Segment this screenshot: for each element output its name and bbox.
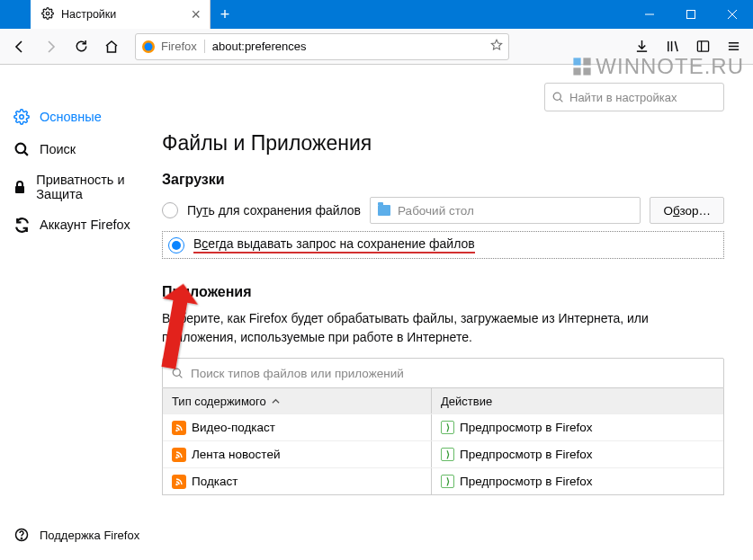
close-tab-icon[interactable]: × bbox=[191, 5, 201, 24]
download-path-label: Путь для сохранения файлов bbox=[187, 203, 361, 218]
svg-rect-10 bbox=[697, 41, 708, 51]
preview-icon: ⟩ bbox=[441, 448, 454, 461]
filetype-search-input[interactable]: Поиск типов файлов или приложений bbox=[162, 358, 724, 388]
preferences-search-input[interactable]: Найти в настройках bbox=[544, 83, 724, 111]
maximize-button[interactable] bbox=[670, 0, 712, 29]
home-button[interactable] bbox=[97, 32, 126, 61]
download-folder-field[interactable]: Рабочий стол bbox=[370, 197, 641, 224]
minimize-button[interactable] bbox=[629, 0, 670, 29]
sidebar-item-sync[interactable]: Аккаунт Firefox bbox=[0, 209, 162, 241]
apps-heading: Приложения bbox=[162, 284, 724, 300]
browse-button[interactable]: Обзор… bbox=[650, 197, 724, 224]
identity-label: Firefox bbox=[161, 40, 205, 53]
bookmark-star-icon[interactable] bbox=[490, 39, 503, 55]
column-action[interactable]: Действие bbox=[432, 388, 723, 413]
gear-icon bbox=[41, 7, 54, 22]
sidebar-item-support[interactable]: Поддержка Firefox bbox=[0, 519, 162, 551]
gear-icon bbox=[13, 108, 31, 126]
download-path-row: Путь для сохранения файлов Рабочий стол … bbox=[162, 197, 724, 224]
svg-point-6 bbox=[145, 42, 153, 50]
rss-icon bbox=[172, 448, 186, 462]
radio-always-ask[interactable] bbox=[168, 237, 184, 253]
column-content-type[interactable]: Тип содержимого bbox=[163, 388, 432, 413]
rss-icon bbox=[172, 421, 186, 435]
sidebar-label: Поиск bbox=[40, 142, 76, 156]
sidebar-item-general[interactable]: Основные bbox=[0, 101, 162, 133]
section-title: Файлы и Приложения bbox=[162, 131, 724, 156]
back-button[interactable] bbox=[5, 32, 34, 61]
svg-point-0 bbox=[46, 12, 49, 15]
svg-point-19 bbox=[20, 115, 24, 120]
folder-icon bbox=[378, 205, 390, 216]
table-header: Тип содержимого Действие bbox=[163, 388, 723, 413]
radio-save-path[interactable] bbox=[162, 202, 178, 218]
always-ask-row: Всегда выдавать запрос на сохранение фай… bbox=[162, 231, 724, 259]
download-folder-name: Рабочий стол bbox=[398, 204, 474, 218]
preferences-main: Найти в настройках Файлы и Приложения За… bbox=[162, 65, 753, 560]
help-icon bbox=[13, 526, 31, 544]
sidebar-label: Приватность и Защита bbox=[36, 173, 149, 201]
svg-line-9 bbox=[675, 41, 677, 51]
filetype-table: Тип содержимого Действие Видео-подкаст ⟩… bbox=[162, 388, 724, 495]
table-row[interactable]: Видео-подкаст ⟩Предпросмотр в Firefox bbox=[163, 413, 723, 440]
svg-rect-2 bbox=[687, 11, 695, 19]
always-ask-label: Всегда выдавать запрос на сохранение фай… bbox=[193, 236, 475, 253]
sync-icon bbox=[13, 216, 31, 234]
url-bar[interactable]: Firefox about:preferences bbox=[135, 33, 509, 60]
sidebar-item-search[interactable]: Поиск bbox=[0, 133, 162, 165]
downloads-heading: Загрузки bbox=[162, 172, 724, 188]
window-close-button[interactable] bbox=[712, 0, 753, 29]
window-titlebar: Настройки × + bbox=[0, 0, 753, 29]
new-tab-button[interactable]: + bbox=[211, 0, 239, 29]
reload-button[interactable] bbox=[67, 32, 95, 61]
rss-icon bbox=[172, 475, 186, 489]
search-icon bbox=[13, 140, 31, 158]
svg-line-28 bbox=[179, 375, 182, 378]
svg-rect-22 bbox=[15, 186, 24, 193]
firefox-logo-icon bbox=[141, 40, 156, 54]
apps-description: Выберите, как Firefox будет обрабатывать… bbox=[162, 309, 720, 347]
sort-up-icon bbox=[272, 397, 280, 405]
svg-line-21 bbox=[23, 151, 27, 155]
sidebar-label: Аккаунт Firefox bbox=[40, 218, 130, 232]
search-icon bbox=[552, 92, 564, 103]
forward-button[interactable] bbox=[36, 32, 65, 61]
url-text: about:preferences bbox=[212, 40, 490, 53]
preview-icon: ⟩ bbox=[441, 421, 454, 434]
lock-icon bbox=[13, 178, 27, 196]
tab-title: Настройки bbox=[61, 8, 116, 21]
svg-point-24 bbox=[21, 538, 22, 538]
preferences-sidebar: Основные Поиск Приватность и Защита Акка… bbox=[0, 65, 162, 560]
svg-line-26 bbox=[560, 99, 562, 102]
table-row[interactable]: Лента новостей ⟩Предпросмотр в Firefox bbox=[163, 440, 723, 467]
browser-tab[interactable]: Настройки × bbox=[31, 0, 211, 29]
sidebar-label: Поддержка Firefox bbox=[40, 529, 139, 542]
search-icon bbox=[172, 368, 184, 379]
table-row[interactable]: Подкаст ⟩Предпросмотр в Firefox bbox=[163, 467, 723, 494]
search-placeholder: Найти в настройках bbox=[569, 91, 677, 104]
sidebar-item-privacy[interactable]: Приватность и Защита bbox=[0, 165, 162, 209]
sidebar-label: Основные bbox=[40, 110, 102, 124]
preview-icon: ⟩ bbox=[441, 475, 454, 488]
